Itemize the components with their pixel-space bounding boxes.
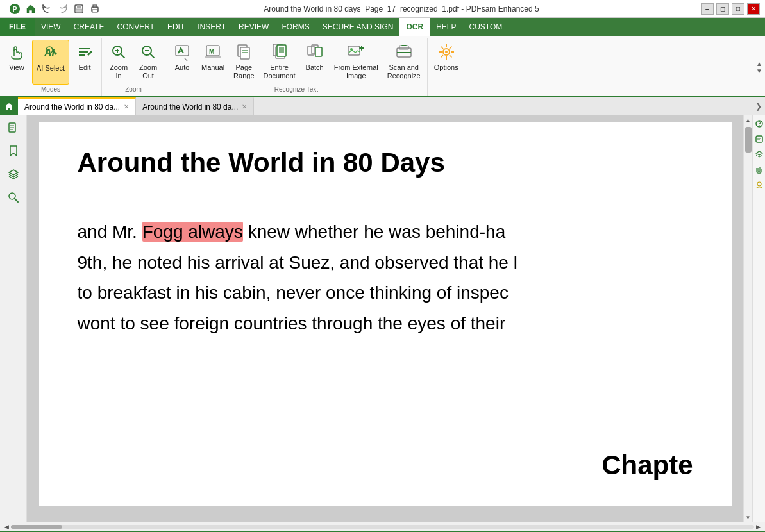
menu-view[interactable]: VIEW [35,18,67,36]
signatures-panel-btn[interactable] [753,179,765,191]
undo-icon[interactable] [40,2,54,16]
options-button[interactable]: Options [430,40,462,85]
close-button[interactable]: ✕ [747,3,760,15]
scroll-down-arrow[interactable]: ▼ [744,513,753,522]
tab-1-label: Around the World in 80 da... [24,103,120,112]
home-icon[interactable] [24,2,38,16]
horizontal-scrollbar: ◀ ▶ [0,522,765,531]
document-title: Around the World in 80 Days [78,147,693,178]
scroll-up-arrow[interactable]: ▲ [744,115,753,124]
scroll-right-arrow[interactable]: ▶ [754,524,762,530]
batch-label: Batch [306,63,324,72]
ribbon-group-zoom: ZoomIn ZoomOut Zoom [102,38,165,96]
sidebar-bookmarks-btn[interactable] [3,141,24,162]
svg-rect-10 [79,48,90,49]
svg-rect-7 [92,10,97,12]
save-icon[interactable] [72,2,86,16]
zoom-out-label: ZoomOut [139,63,157,80]
scroll-left-arrow[interactable]: ◀ [3,524,11,530]
svg-text:M: M [209,48,214,55]
edit-btn-label: Edit [79,63,91,72]
menu-insert[interactable]: INSERT [191,18,232,36]
chapter-text: Chapte [601,450,693,481]
menu-convert[interactable]: CONVERT [110,18,160,36]
ribbon-scroll-right[interactable]: ▲ ▼ [753,38,765,96]
main-area: Around the World in 80 Days and Mr. Fogg… [0,115,765,522]
auto-icon [172,42,192,62]
h-scroll-track[interactable] [11,525,754,529]
doc-line-2: 9th, he noted his arrival at Suez, and o… [78,247,693,278]
menu-custom[interactable]: CUSTOM [462,18,509,36]
tab-item-2[interactable]: Around the World in 80 da... ✕ [136,97,254,115]
from-image-label: From ExternalImage [334,63,378,80]
tab-home-icon[interactable] [0,97,18,115]
document-area: Around the World in 80 Days and Mr. Fogg… [27,115,743,522]
ribbon-group-recognize: Auto M Manual [165,38,428,96]
edit-mode-button[interactable]: Edit [71,40,99,85]
tab-2-close[interactable]: ✕ [242,103,247,110]
scroll-track[interactable] [744,124,752,513]
batch-button[interactable]: Batch [301,40,329,85]
ribbon-options-items: Options [430,40,462,92]
redo-icon[interactable] [56,2,70,16]
menu-file[interactable]: FILE [0,18,35,36]
layers-panel-btn[interactable] [753,149,765,160]
svg-text:P: P [13,6,17,13]
attachments-panel-btn[interactable] [753,164,765,176]
sidebar-search-btn[interactable] [3,187,24,208]
restore-button[interactable]: ◻ [716,3,729,15]
menu-review[interactable]: REVIEW [232,18,275,36]
menu-help[interactable]: HELP [430,18,462,36]
entire-doc-label: EntireDocument [264,63,296,80]
properties-panel-btn[interactable] [753,118,765,129]
print-icon[interactable] [88,2,102,16]
svg-line-16 [121,54,124,58]
highlighted-text: Fogg always [142,222,243,242]
svg-rect-62 [756,136,762,142]
menu-ocr[interactable]: OCR [399,18,430,36]
svg-line-52 [450,47,452,49]
svg-line-59 [15,199,18,202]
manual-button[interactable]: M Manual [198,40,228,85]
entire-document-button[interactable]: EntireDocument [260,40,299,85]
h-scroll-thumb[interactable] [11,525,62,529]
options-icon [436,42,457,62]
view-mode-button[interactable]: View [3,40,31,85]
batch-icon [305,42,325,62]
view-btn-label: View [9,63,24,72]
annotations-panel-btn[interactable] [753,133,765,145]
auto-button[interactable]: Auto [168,40,196,85]
from-external-image-button[interactable]: From ExternalImage [330,40,382,85]
scroll-thumb[interactable] [745,127,752,153]
window-controls[interactable]: – ◻ □ ✕ [701,3,760,15]
tab-1-close[interactable]: ✕ [124,103,129,110]
tab-nav-right[interactable]: ❯ [752,97,765,115]
title-bar: P [0,0,765,18]
zoom-in-button[interactable]: ZoomIn [105,40,133,85]
menu-edit[interactable]: EDIT [161,18,191,36]
zoom-out-button[interactable]: ZoomOut [134,40,162,85]
ribbon-recognize-items: Auto M Manual [168,40,425,85]
manual-label: Manual [201,63,224,72]
manual-icon: M [203,42,223,62]
menu-secure[interactable]: SECURE AND SIGN [316,18,400,36]
left-sidebar [0,115,27,522]
tab-item-1[interactable]: Around the World in 80 da... ✕ [18,97,136,115]
modes-group-label: Modes [41,86,60,95]
document-content: Around the World in 80 Days and Mr. Fogg… [39,122,732,506]
page-range-button[interactable]: PageRange [230,40,258,85]
menu-forms[interactable]: FORMS [275,18,315,36]
maximize-button[interactable]: □ [732,3,744,15]
entire-doc-icon [269,42,290,62]
auto-label: Auto [175,63,190,72]
scan-and-recognize-button[interactable]: Scan andRecognize [383,40,425,85]
zoom-out-icon [138,42,158,62]
ai-select-button[interactable]: AI AI Select [32,40,69,85]
doc-line-3: to breakfast in his cabin, never once th… [78,278,693,308]
svg-point-61 [759,125,760,126]
minimize-button[interactable]: – [701,3,714,15]
sidebar-pages-btn[interactable] [3,118,24,138]
menu-create[interactable]: CREATE [67,18,111,36]
doc-line-1: and Mr. Fogg always knew whether he was … [78,217,693,247]
sidebar-layers-btn[interactable] [3,164,24,185]
